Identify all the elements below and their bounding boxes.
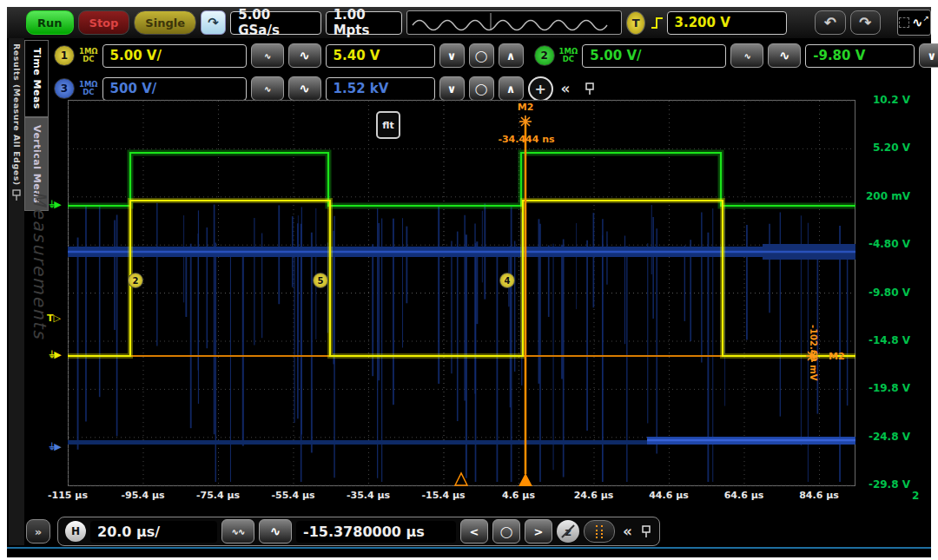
voltage-axis-label: 200 mV [856,190,910,202]
large-wave-icon: ∿ [299,81,310,96]
channel-3-scale-field[interactable]: 500 V/ [102,77,247,101]
m2-top-label: M2 [502,102,549,113]
channel-2-offset-field[interactable]: -9.80 V [805,44,915,68]
trigger-rising-edge-icon [650,14,662,31]
touch-gesture-button[interactable]: ↷ [201,10,226,35]
channel-3-offset-up-button[interactable]: ∧ [499,76,524,101]
trigger-source-badge[interactable]: T [626,11,645,35]
chevron-up-icon: ∧ [506,49,516,63]
channel-1-offset-zero-button[interactable]: ◯ [469,43,494,68]
delay-zero-button[interactable]: ◯ [492,519,520,544]
time-axis-label: -115 µs [40,490,96,501]
channel-2-scale-down-button[interactable]: ∿ [730,43,763,68]
timebase-zoom-in-button[interactable]: ∿∿ [221,519,254,544]
coupling-label: DC [83,56,94,63]
small-wave-icon: ∿ [264,51,270,61]
channel-3-scale-up-button[interactable]: ∿ [288,76,321,101]
channel-3-offset-down-button[interactable]: ∨ [439,76,465,101]
time-axis-label: -15.4 µs [416,490,472,501]
zoom-mode-button[interactable]: z [557,520,579,543]
channel-1-scale-down-button[interactable]: ∿ [251,43,284,68]
m2-right-value: -102.69 mV [809,325,818,380]
waveform-drag-icon: ∿ [912,15,923,30]
channel-1-offset-field[interactable]: 5.40 V [326,44,435,68]
ch3-noise-band-low [68,440,647,445]
ch1-ground-marker[interactable]: ⏚▶ [49,349,62,360]
horizontal-badge[interactable]: H [65,521,86,542]
time-axis-label: 4.6 µs [491,490,546,501]
coupling-label: DC [563,56,574,63]
pan-zoom-mode-button[interactable]: ∿ ↗ [897,10,931,36]
channel-1-offset-down-button[interactable]: ∨ [439,43,465,68]
undo-button[interactable]: ↶ [815,10,846,35]
m2-top-value: -34.444 ns [483,134,570,145]
time-axis-label: 24.6 µs [566,490,622,501]
channel-1-badge[interactable]: 1 [54,45,75,66]
tab-time-meas[interactable]: Time Meas [24,40,49,117]
coupling-label: DC [83,89,94,96]
run-button[interactable]: Run [26,10,74,35]
channel-3-offset-zero-button[interactable]: ◯ [469,76,494,101]
single-button[interactable]: Single [134,10,196,35]
voltage-axis-label: -19.8 V [856,382,910,394]
pin-icon[interactable] [640,524,652,538]
channel-3-offset-field[interactable]: 1.52 kV [326,77,435,101]
voltage-axis-label: -29.8 V [856,478,910,491]
expand-panel-button[interactable]: » [26,519,50,544]
channel-2-impedance-badge[interactable]: 1MΩ DC [559,48,578,63]
collapse-toolbar-button[interactable]: « [619,523,636,540]
time-axis-label: -75.4 µs [190,490,246,501]
ch3-ground-marker[interactable]: ⏚▶ [49,441,62,452]
arrow-right-icon: ▶ [54,441,61,452]
arrow-icon: ↗ [923,14,930,23]
compressed-wave-icon: ∿∿ [232,527,245,537]
tab-label: Time Meas [31,48,43,109]
time-axis-label: -55.4 µs [266,490,321,501]
channel-1-impedance-badge[interactable]: 1MΩ DC [79,48,98,63]
timebase-field[interactable]: 20.0 µs/ [90,521,217,543]
delay-right-button[interactable]: > [525,519,552,544]
channel-1-scale-up-button[interactable]: ∿ [288,43,321,68]
trigger-level-marker[interactable]: T▷ [47,313,61,324]
acquisition-preview[interactable] [406,10,622,35]
horizontal-controls-group: H 20.0 µs/ ∿∿ ∿ -15.3780000 µs < ◯ > z « [57,517,660,546]
large-wave-icon: ∿ [299,48,310,63]
bottom-toolbar: » H 20.0 µs/ ∿∿ ∿ -15.3780000 µs < ◯ > z… [26,516,660,547]
channel-3-badge[interactable]: 3 [54,78,75,99]
time-axis-label: 64.6 µs [717,490,772,501]
chevron-up-icon: ∧ [506,82,516,96]
time-axis-label: -95.4 µs [116,490,171,501]
undo-icon: ↶ [824,14,836,31]
redo-icon: ↷ [859,14,871,31]
oscilloscope-screen: Run Stop Single ↷ 5.00 GSa/s 1.00 Mpts T… [7,7,931,547]
results-label: Results (Measure All Edges) [12,43,22,186]
trigger-level-field[interactable]: 3.200 V [667,11,787,35]
memory-depth-field: 1.00 Mpts [326,11,402,35]
collapse-channel-bar-button[interactable]: « [558,80,574,97]
curved-arrow-icon: ↷ [208,15,219,30]
channel-1-offset-up-button[interactable]: ∧ [499,43,524,68]
arrow-right-icon: ▶ [54,199,61,210]
delay-left-button[interactable]: < [460,519,488,544]
stop-button[interactable]: Stop [78,10,130,35]
redo-button[interactable]: ↷ [850,10,882,35]
channel-2-offset-down-button[interactable]: ∨ [919,43,938,68]
channel-3-impedance-badge[interactable]: 1MΩ DC [79,81,98,96]
channel-2-badge[interactable]: 2 [534,45,555,66]
navigate-button[interactable] [584,520,615,543]
channel-3-scale-down-button[interactable]: ∿ [251,76,284,101]
flt-badge[interactable]: flt [376,111,400,139]
add-channel-button[interactable]: + [528,76,553,102]
chevron-right-icon: > [534,525,544,538]
time-axis-label: 44.6 µs [641,490,697,501]
channel-2-scale-field[interactable]: 5.00 V/ [582,44,726,68]
channel-2-scale-up-button[interactable]: ∿ [768,43,801,68]
timebase-zoom-out-button[interactable]: ∿ [259,519,292,544]
delay-field[interactable]: -15.3780000 µs [296,521,456,543]
ch2-ground-marker[interactable]: ⏚▶ [49,199,62,210]
channel-1-scale-field[interactable]: 5.00 V/ [102,44,247,68]
circle-icon: ◯ [500,525,513,538]
pin-icon[interactable] [584,82,596,96]
results-strip[interactable]: Results (Measure All Edges) [9,38,24,545]
pin-icon[interactable] [11,189,22,201]
